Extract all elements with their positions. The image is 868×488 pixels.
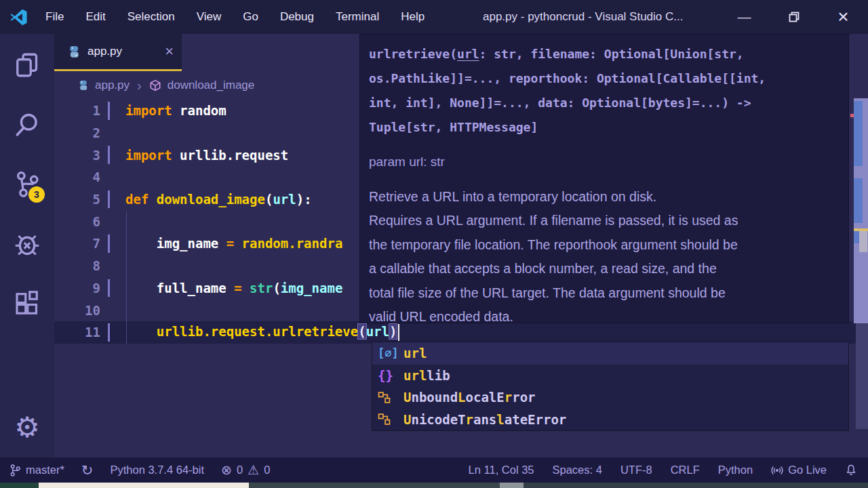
git-branch-status[interactable]: master* — [9, 464, 64, 477]
go-live-button[interactable]: Go Live — [771, 464, 827, 476]
broadcast-icon — [771, 464, 783, 476]
breadcrumb-separator: › — [137, 78, 142, 94]
signature-help-popup[interactable]: urlretrieve(url: str, filename: Optional… — [359, 34, 849, 323]
class-kind-icon — [378, 391, 403, 404]
suggest-item-unicodetranslateerror[interactable]: UnicodeTranslateError — [372, 409, 848, 431]
taskbar-edge-segment — [39, 483, 249, 488]
debug-icon — [12, 229, 42, 259]
line-number: 11 — [54, 325, 100, 340]
line-number: 9 — [54, 281, 100, 296]
function-doc: Retrieve a URL into a temporary location… — [369, 185, 839, 329]
tab-label: app.py — [87, 45, 122, 58]
vscode-logo-icon — [9, 8, 28, 26]
breadcrumb-symbol[interactable]: download_image — [167, 79, 255, 92]
search-icon — [13, 110, 41, 139]
symbol-cube-icon — [149, 79, 161, 92]
line-number: 8 — [54, 258, 100, 273]
taskbar-edge-segment — [500, 483, 524, 488]
gear-icon: ⚙ — [14, 413, 40, 442]
python-file-icon — [78, 80, 89, 91]
encoding-status[interactable]: UTF-8 — [620, 464, 652, 476]
extensions-button[interactable] — [0, 274, 54, 333]
scrollbar-decoration — [854, 231, 859, 243]
menu-view[interactable]: View — [186, 0, 233, 34]
taskbar-edge-segment — [524, 483, 868, 488]
menu-file[interactable]: File — [35, 0, 75, 34]
python-interpreter-status[interactable]: Python 3.7.4 64-bit — [110, 464, 204, 476]
source-control-button[interactable]: 3 — [0, 155, 54, 214]
error-icon: ⊗ — [221, 464, 232, 476]
git-modified-marker — [100, 321, 114, 344]
git-modified-marker — [100, 232, 114, 255]
scrollbar-thumb[interactable] — [859, 231, 867, 252]
activity-bar: 3 ⚙ — [0, 34, 54, 458]
parameter-doc: param url: str — [369, 155, 839, 169]
line-number: 3 — [54, 148, 100, 163]
menu-help[interactable]: Help — [390, 0, 435, 34]
title-bar: File Edit Selection View Go Debug Termin… — [0, 0, 868, 34]
debug-button[interactable] — [0, 214, 54, 274]
taskbar-edge-segment — [0, 483, 39, 488]
module-kind-icon: {} — [378, 368, 403, 383]
signature-text: urlretrieve(url: str, filename: Optional… — [369, 42, 839, 140]
git-modified-marker — [100, 100, 114, 122]
variable-kind-icon: [∅] — [378, 346, 403, 360]
scm-changes-badge: 3 — [28, 186, 45, 203]
indentation-status[interactable]: Spaces: 4 — [553, 464, 602, 476]
files-icon — [13, 51, 41, 79]
eol-status[interactable]: CRLF — [671, 464, 700, 476]
settings-button[interactable]: ⚙ — [0, 398, 54, 458]
breadcrumb-file[interactable]: app.py — [95, 79, 130, 92]
bracket-match: ( — [358, 324, 366, 339]
bell-icon — [845, 464, 857, 476]
suggest-item-url[interactable]: [∅] url — [372, 342, 848, 365]
git-modified-marker — [100, 277, 114, 300]
line-number: 5 — [54, 192, 100, 207]
git-modified-marker — [100, 144, 114, 166]
editor-scrollbar[interactable] — [856, 323, 868, 429]
tab-close-icon[interactable]: × — [165, 44, 174, 59]
problems-status[interactable]: ⊗ 0 ⚠ 0 — [221, 464, 270, 476]
git-modified-marker — [100, 188, 114, 211]
restore-button[interactable] — [769, 0, 818, 34]
taskbar-edge-segment — [249, 483, 500, 488]
window-title: app.py - pythoncrud - Visual Studio C... — [483, 0, 683, 34]
line-number: 2 — [54, 125, 100, 140]
language-mode-status[interactable]: Python — [718, 464, 753, 476]
sync-icon[interactable]: ↻ — [81, 463, 94, 477]
line-number: 4 — [54, 169, 100, 184]
suggest-item-unboundlocalerror[interactable]: UnboundLocalError — [372, 386, 848, 409]
close-button[interactable]: × — [818, 0, 868, 34]
explorer-button[interactable] — [0, 35, 54, 95]
scrollbar-decoration — [854, 178, 863, 223]
active-parameter: url — [457, 47, 479, 61]
breadcrumb: app.py › download_image — [54, 71, 254, 100]
restore-icon — [788, 11, 800, 23]
branch-icon — [9, 464, 21, 477]
tab-app-py[interactable]: app.py × — [54, 34, 182, 71]
status-bar: master* ↻ Python 3.7.4 64-bit ⊗ 0 ⚠ 0 Ln… — [0, 458, 868, 483]
line-number: 10 — [54, 303, 100, 318]
cursor-position-status[interactable]: Ln 11, Col 35 — [469, 464, 534, 476]
line-number: 7 — [54, 236, 100, 251]
python-file-icon — [68, 45, 81, 58]
line-number: 1 — [54, 103, 100, 118]
overview-ruler-mark — [850, 114, 854, 117]
menu-edit[interactable]: Edit — [75, 0, 116, 34]
menu-debug[interactable]: Debug — [269, 0, 325, 34]
scrollbar-decoration — [854, 101, 863, 166]
class-kind-icon — [378, 413, 403, 426]
suggest-item-urllib[interactable]: {} urllib — [372, 365, 848, 387]
menu-selection[interactable]: Selection — [117, 0, 186, 34]
extensions-icon — [13, 289, 41, 318]
warning-icon: ⚠ — [248, 464, 259, 476]
search-button[interactable] — [0, 95, 54, 155]
minimize-button[interactable]: — — [719, 0, 769, 34]
line-number: 6 — [54, 214, 100, 229]
suggest-widget: [∅] url {} urllib UnboundLocalError Unic… — [372, 342, 849, 431]
menu-terminal[interactable]: Terminal — [325, 0, 390, 34]
notifications-bell-button[interactable] — [845, 464, 857, 476]
menu-go[interactable]: Go — [232, 0, 269, 34]
